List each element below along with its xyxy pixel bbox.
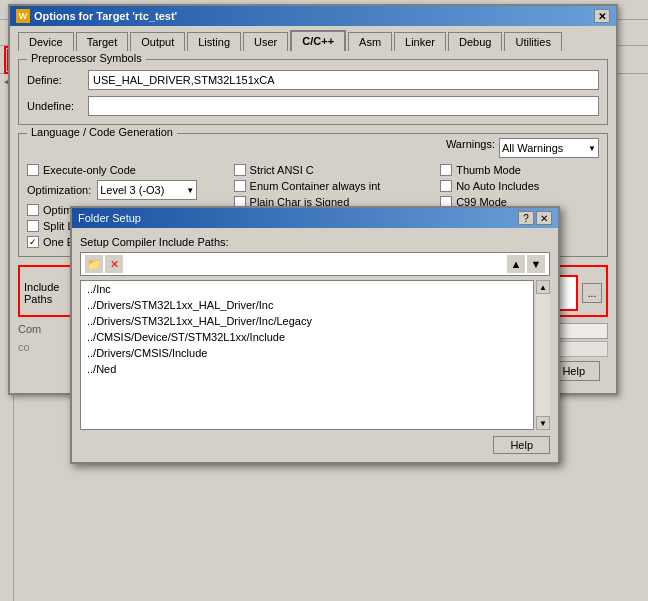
cb-strict-input[interactable] (234, 164, 246, 176)
tab-linker[interactable]: Linker (394, 32, 446, 51)
warnings-arrow: ▼ (588, 144, 596, 153)
warnings-label: Warnings: (446, 138, 495, 158)
code-gen-label: Language / Code Generation (27, 126, 177, 138)
define-label: Define: (27, 74, 82, 86)
define-row: Define: (27, 70, 599, 90)
cb-thumb-label: Thumb Mode (456, 164, 521, 176)
tab-user[interactable]: User (243, 32, 288, 51)
folder-up-btn[interactable]: ▲ (507, 255, 525, 273)
folder-down-btn[interactable]: ▼ (527, 255, 545, 273)
tab-listing[interactable]: Listing (187, 32, 241, 51)
folder-new-btn[interactable]: 📁 (85, 255, 103, 273)
cb-execute-only-label: Execute-only Code (43, 164, 136, 176)
folder-dialog-titlebar: Folder Setup ? ✕ (72, 208, 558, 228)
cb-one-elf[interactable] (27, 236, 39, 248)
folder-help-row: Help (80, 436, 550, 454)
cb-enum: Enum Container always int (234, 180, 433, 192)
list-item[interactable]: ../Drivers/STM32L1xx_HAL_Driver/Inc/Lega… (81, 313, 533, 329)
scroll-down-btn[interactable]: ▼ (536, 416, 550, 430)
main-area: ▶ W Options for Target 'rtc_test' ✕ Devi… (0, 74, 648, 601)
warnings-select[interactable]: All Warnings ▼ (499, 138, 599, 158)
tab-cpp[interactable]: C/C++ (290, 30, 346, 51)
opt-select[interactable]: Level 3 (-O3) ▼ (97, 180, 197, 200)
tab-asm[interactable]: Asm (348, 32, 392, 51)
cb-thumb: Thumb Mode (440, 164, 599, 176)
folder-list-area: ../Inc ../Drivers/STM32L1xx_HAL_Driver/I… (80, 280, 550, 430)
dialog-title-text: Options for Target 'rtc_test' (34, 10, 177, 22)
folder-setup-dialog: Folder Setup ? ✕ Setup Compiler Include … (70, 206, 560, 464)
preprocessor-group: Preprocessor Symbols Define: Undefine: (18, 59, 608, 125)
folder-reorder-btns: ▲ ▼ (507, 255, 545, 273)
warnings-row: Warnings: All Warnings ▼ (27, 138, 599, 158)
scroll-track[interactable] (536, 294, 550, 416)
folder-help-btn[interactable]: ? (518, 211, 534, 225)
tab-target[interactable]: Target (76, 32, 129, 51)
dialog-titlebar: W Options for Target 'rtc_test' ✕ (10, 6, 616, 26)
tab-utilities[interactable]: Utilities (504, 32, 561, 51)
optimization-row: Optimization: Level 3 (-O3) ▼ (27, 180, 226, 200)
tab-debug[interactable]: Debug (448, 32, 502, 51)
cb-row-0: Execute-only Code (27, 164, 226, 176)
include-browse-btn[interactable]: ... (582, 283, 602, 303)
undefine-row: Undefine: (27, 96, 599, 116)
cb-enum-input[interactable] (234, 180, 246, 192)
opt-label: Optimization: (27, 184, 91, 196)
cb-split-load[interactable] (27, 220, 39, 232)
folder-toolbar: 📁 ✕ ▲ ▼ (80, 252, 550, 276)
cb-execute-only[interactable] (27, 164, 39, 176)
folder-scrollbar: ▲ ▼ (536, 280, 550, 430)
cb-opt-time[interactable] (27, 204, 39, 216)
list-item[interactable]: ../Ned (81, 361, 533, 377)
comp-label: Com (18, 323, 73, 339)
list-item[interactable]: ../Drivers/CMSIS/Include (81, 345, 533, 361)
folder-toolbar-left: 📁 ✕ (85, 255, 123, 273)
setup-label: Setup Compiler Include Paths: (80, 236, 550, 248)
cb-no-auto-label: No Auto Includes (456, 180, 539, 192)
tab-bar: Device Target Output Listing User C/C++ … (10, 26, 616, 51)
cb-strict-label: Strict ANSI C (250, 164, 314, 176)
folder-delete-btn[interactable]: ✕ (105, 255, 123, 273)
folder-dialog-title: Folder Setup (78, 212, 141, 224)
misc-label2: co (18, 341, 73, 357)
folder-help-button[interactable]: Help (493, 436, 550, 454)
folder-title-buttons: ? ✕ (518, 211, 552, 225)
cb-no-auto-input[interactable] (440, 180, 452, 192)
dialog-icon: W (16, 9, 30, 23)
preprocessor-label: Preprocessor Symbols (27, 52, 146, 64)
undefine-input[interactable] (88, 96, 599, 116)
warnings-value: All Warnings (502, 142, 563, 154)
folder-list[interactable]: ../Inc ../Drivers/STM32L1xx_HAL_Driver/I… (80, 280, 534, 430)
folder-close-btn[interactable]: ✕ (536, 211, 552, 225)
cb-no-auto: No Auto Includes (440, 180, 599, 192)
cb-thumb-input[interactable] (440, 164, 452, 176)
tab-output[interactable]: Output (130, 32, 185, 51)
cb-enum-label: Enum Container always int (250, 180, 381, 192)
options-dialog: W Options for Target 'rtc_test' ✕ Device… (8, 4, 618, 395)
dialog-close-button[interactable]: ✕ (594, 9, 610, 23)
cb-strict: Strict ANSI C (234, 164, 433, 176)
undefine-label: Undefine: (27, 100, 82, 112)
opt-value: Level 3 (-O3) (100, 184, 164, 196)
list-item[interactable]: ../Inc (81, 281, 533, 297)
list-item[interactable]: ../CMSIS/Device/ST/STM32L1xx/Include (81, 329, 533, 345)
scroll-up-btn[interactable]: ▲ (536, 280, 550, 294)
tab-device[interactable]: Device (18, 32, 74, 51)
folder-content: Setup Compiler Include Paths: 📁 ✕ ▲ ▼ ..… (72, 228, 558, 462)
define-input[interactable] (88, 70, 599, 90)
list-item[interactable]: ../Drivers/STM32L1xx_HAL_Driver/Inc (81, 297, 533, 313)
